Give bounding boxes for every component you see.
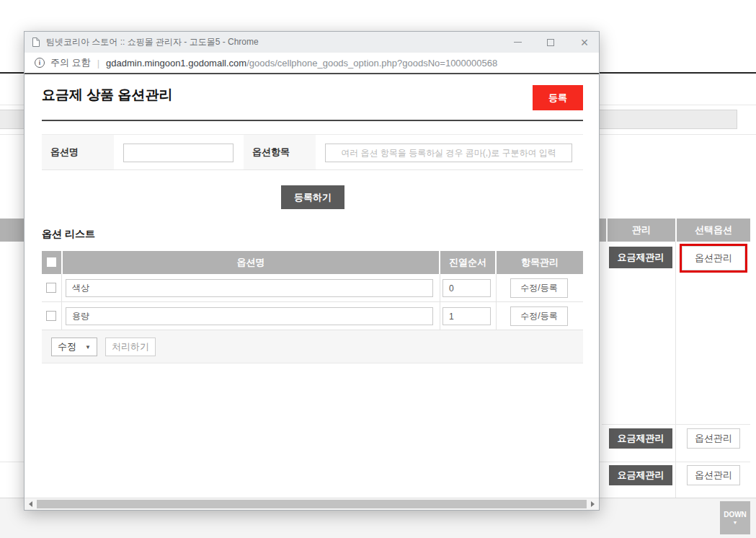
column-header-option-name: 옵션명: [63, 251, 439, 274]
scroll-left-arrow[interactable]: [25, 498, 37, 510]
option-manage-button[interactable]: 옵션관리: [687, 428, 740, 449]
click-highlight-box: 옵션관리: [680, 244, 747, 273]
submit-register-button[interactable]: 등록하기: [281, 185, 344, 209]
screen: 관리 선택옵션 요금제관리 옵션관리 요금제관리 옵션관리 요금제관리 옵션관리…: [0, 0, 756, 538]
option-name-input[interactable]: [123, 144, 234, 162]
scroll-right-arrow[interactable]: [587, 498, 599, 510]
register-button[interactable]: 등록: [533, 85, 583, 110]
horizontal-scrollbar[interactable]: [25, 498, 599, 510]
table-cell-divider: [61, 274, 62, 330]
sort-order-input[interactable]: [443, 307, 491, 325]
page-title: 요금제 상품 옵션관리: [42, 86, 173, 105]
bulk-action-bar: 수정 ▼ 처리하기: [42, 330, 583, 363]
security-label: 주의 요함: [50, 56, 91, 69]
column-header-manage: 관리: [608, 219, 675, 242]
document-icon: [32, 37, 40, 48]
chevron-down-icon: ▼: [733, 520, 738, 525]
maximize-icon: [547, 39, 554, 46]
window-title: 팀넷코리아 스토어 :: 쇼핑몰 관리자 - 고도몰5 - Chrome: [46, 36, 259, 48]
chevron-down-icon: ▼: [85, 344, 91, 350]
popup-title-bar[interactable]: 팀넷코리아 스토어 :: 쇼핑몰 관리자 - 고도몰5 - Chrome ×: [25, 32, 599, 53]
left-arrow-icon: [29, 501, 32, 507]
option-items-label: 옵션항목: [244, 135, 316, 169]
table-row: 수정/등록: [42, 302, 583, 330]
bulk-action-select[interactable]: 수정 ▼: [51, 338, 97, 356]
row-divider: [602, 424, 750, 425]
column-header-sort-order: 진열순서: [440, 251, 495, 274]
minimize-icon: [514, 42, 522, 43]
minimize-button[interactable]: [506, 32, 529, 53]
scroll-down-button[interactable]: DOWN ▼: [720, 501, 750, 534]
row-checkbox[interactable]: [46, 311, 56, 321]
plan-manage-button[interactable]: 요금제관리: [609, 428, 672, 449]
url-path: /goods/cellphone_goods_option.php?goodsN…: [246, 58, 497, 69]
scrollbar-thumb[interactable]: [37, 500, 587, 508]
plan-manage-button[interactable]: 요금제관리: [609, 247, 672, 268]
maximize-button[interactable]: [539, 32, 562, 53]
option-manage-button[interactable]: 옵션관리: [687, 465, 740, 485]
edit-register-button[interactable]: 수정/등록: [510, 278, 568, 298]
close-button[interactable]: ×: [573, 32, 596, 53]
url-domain: gdadmin.mingoon1.godomall.com: [106, 58, 246, 69]
sort-order-input[interactable]: [443, 279, 491, 297]
apply-button[interactable]: 처리하기: [105, 338, 156, 356]
option-manage-button[interactable]: 옵션관리: [682, 246, 745, 270]
option-name-label: 옵션명: [42, 135, 114, 169]
close-icon: ×: [581, 36, 589, 49]
option-items-input[interactable]: [325, 144, 572, 162]
url-bar[interactable]: i 주의 요함 | gdadmin.mingoon1.godomall.com/…: [25, 53, 599, 74]
plan-manage-button[interactable]: 요금제관리: [609, 465, 672, 485]
column-header-select-option: 선택옵션: [677, 219, 750, 242]
option-table-header: 옵션명 진열순서 항목관리: [42, 251, 583, 274]
option-name-value-input[interactable]: [66, 279, 433, 297]
column-divider: [675, 242, 676, 498]
info-icon[interactable]: i: [35, 58, 45, 68]
bulk-select-value: 수정: [58, 340, 76, 353]
option-list-heading: 옵션 리스트: [42, 228, 95, 241]
column-header-item-manage: 항목관리: [497, 251, 583, 274]
select-all-checkbox[interactable]: [47, 257, 56, 267]
table-cell-divider: [496, 274, 497, 330]
option-name-value-input[interactable]: [66, 307, 433, 325]
url-separator: |: [97, 58, 99, 69]
down-button-label: DOWN: [724, 511, 747, 519]
popup-window: 팀넷코리아 스토어 :: 쇼핑몰 관리자 - 고도몰5 - Chrome × i…: [24, 31, 600, 511]
option-form: 옵션명 옵션항목: [42, 134, 583, 170]
table-cell-divider: [440, 274, 440, 330]
select-all-cell: [42, 251, 61, 274]
edit-register-button[interactable]: 수정/등록: [510, 307, 568, 326]
right-arrow-icon: [591, 501, 595, 507]
title-divider: [42, 120, 583, 121]
table-row: 수정/등록: [42, 274, 583, 302]
row-checkbox[interactable]: [46, 283, 56, 293]
